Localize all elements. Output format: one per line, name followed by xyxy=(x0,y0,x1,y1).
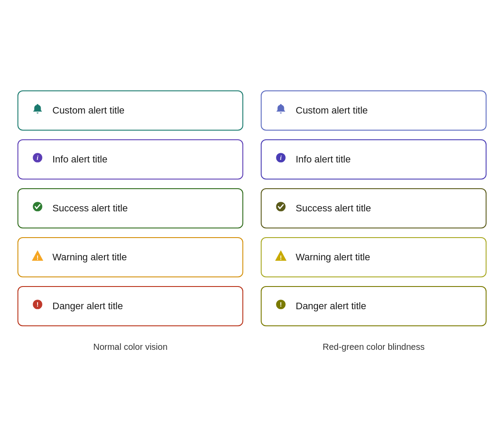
alert-success-colorblind: Success alert title xyxy=(261,188,487,228)
alert-title-info-normal: Info alert title xyxy=(52,154,107,165)
alert-info-colorblind: i Info alert title xyxy=(261,139,487,180)
alert-title-warning-colorblind: Warning alert title xyxy=(296,252,370,263)
danger-icon-wrap: ! xyxy=(31,299,45,313)
danger-icon: ! xyxy=(275,299,287,313)
svg-text:!: ! xyxy=(280,300,282,308)
success-icon-wrap xyxy=(274,201,288,215)
alert-warning-colorblind: ! Warning alert title xyxy=(261,237,487,277)
alert-title-custom-normal: Custom alert title xyxy=(52,105,124,116)
custom-icon-wrap xyxy=(31,104,45,117)
alert-info-normal: i Info alert title xyxy=(17,139,243,180)
alert-title-success-normal: Success alert title xyxy=(52,203,128,214)
alert-custom-normal: Custom alert title xyxy=(17,90,243,131)
alert-title-danger-colorblind: Danger alert title xyxy=(296,300,366,312)
check-icon xyxy=(275,201,287,215)
svg-text:i: i xyxy=(37,154,38,161)
bell-icon xyxy=(275,103,287,117)
column-label-normal: Normal color vision xyxy=(17,342,243,352)
alert-title-success-colorblind: Success alert title xyxy=(296,203,371,214)
alert-title-warning-normal: Warning alert title xyxy=(52,252,127,263)
alert-custom-colorblind: Custom alert title xyxy=(261,90,487,131)
warning-icon-wrap: ! xyxy=(274,250,288,264)
info-icon-wrap: i xyxy=(274,152,288,166)
alert-title-custom-colorblind: Custom alert title xyxy=(296,105,368,116)
svg-text:!: ! xyxy=(36,300,38,308)
success-icon-wrap xyxy=(31,201,45,215)
alert-success-normal: Success alert title xyxy=(17,188,243,228)
warning-icon: ! xyxy=(31,250,44,264)
warning-icon-wrap: ! xyxy=(31,250,45,264)
svg-text:!: ! xyxy=(280,254,282,261)
check-icon xyxy=(32,201,43,215)
info-icon: i xyxy=(32,152,43,166)
alert-danger-normal: ! Danger alert title xyxy=(17,286,243,326)
column-label-colorblind: Red-green color blindness xyxy=(261,342,487,352)
column-normal: Custom alert title i Info alert title Su… xyxy=(17,90,243,352)
bell-icon xyxy=(32,103,43,117)
custom-icon-wrap xyxy=(274,104,288,117)
alert-warning-normal: ! Warning alert title xyxy=(17,237,243,277)
svg-text:!: ! xyxy=(37,254,39,261)
column-colorblind: Custom alert title i Info alert title Su… xyxy=(261,90,487,352)
main-content: Custom alert title i Info alert title Su… xyxy=(17,90,487,352)
svg-text:i: i xyxy=(280,154,282,161)
alert-danger-colorblind: ! Danger alert title xyxy=(261,286,487,326)
danger-icon: ! xyxy=(32,299,43,313)
danger-icon-wrap: ! xyxy=(274,299,288,313)
info-icon-wrap: i xyxy=(31,152,45,166)
warning-icon: ! xyxy=(275,250,287,264)
alert-title-info-colorblind: Info alert title xyxy=(296,154,351,165)
info-icon: i xyxy=(275,152,287,166)
alert-title-danger-normal: Danger alert title xyxy=(52,300,123,312)
